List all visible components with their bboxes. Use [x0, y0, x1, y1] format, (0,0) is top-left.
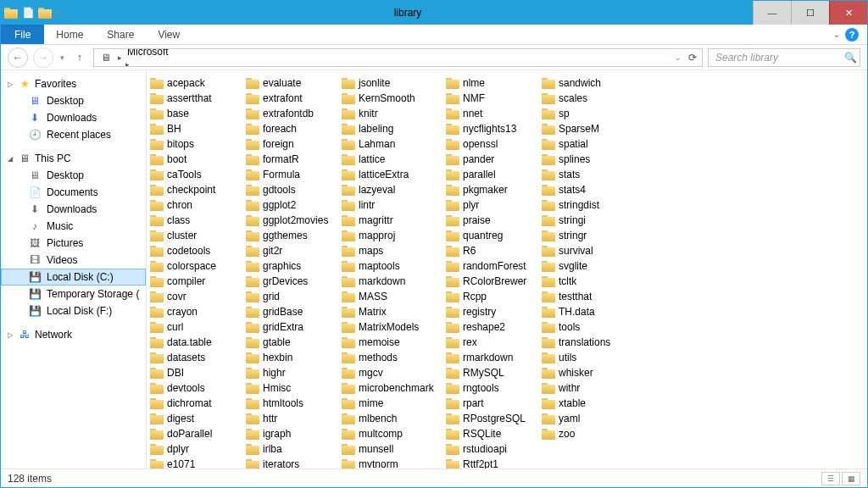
folder-item[interactable]: munsell — [340, 441, 442, 457]
folder-item[interactable]: codetools — [148, 243, 242, 258]
folder-item[interactable]: caTools — [148, 167, 242, 182]
folder-item[interactable]: gridBase — [244, 304, 338, 319]
folder-item[interactable]: ggthemes — [244, 228, 338, 243]
folder-item[interactable]: checkpoint — [148, 182, 242, 197]
folder-item[interactable]: pkgmaker — [444, 182, 538, 197]
folder-item[interactable]: evaluate — [244, 75, 338, 91]
nav-item[interactable]: ♪Music — [1, 218, 146, 235]
folder-item[interactable]: httr — [244, 411, 338, 426]
folder-item[interactable]: Matrix — [340, 304, 442, 319]
folder-item[interactable]: testthat — [540, 289, 634, 304]
folder-item[interactable]: microbenchmark — [340, 380, 442, 396]
folder-item[interactable]: multcomp — [340, 426, 442, 441]
close-button[interactable]: ✕ — [829, 1, 867, 25]
view-icons-button[interactable]: ▦ — [842, 472, 860, 485]
qat-dropdown-icon[interactable]: ▾ — [55, 8, 63, 17]
folder-item[interactable]: highr — [244, 365, 338, 380]
folder-item[interactable]: MatrixModels — [340, 319, 442, 335]
folder-item[interactable]: datasets — [148, 350, 242, 365]
search-box[interactable]: 🔍 — [708, 48, 860, 67]
folder-item[interactable]: RPostgreSQL — [444, 411, 538, 426]
nav-item[interactable]: 🎞Videos — [1, 252, 146, 269]
folder-item[interactable]: sp — [540, 106, 634, 121]
folder-item[interactable]: randomForest — [444, 258, 538, 274]
tab-home[interactable]: Home — [44, 25, 95, 44]
folder-item[interactable]: mlbench — [340, 411, 442, 426]
folder-item[interactable]: stats — [540, 167, 634, 182]
folder-item[interactable]: whisker — [540, 365, 634, 380]
folder-item[interactable]: assertthat — [148, 91, 242, 106]
folder-item[interactable]: base — [148, 106, 242, 121]
folder-item[interactable]: stringi — [540, 213, 634, 228]
folder-item[interactable]: utils — [540, 350, 634, 365]
folder-item[interactable]: iterators — [244, 457, 338, 469]
folder-item[interactable]: nycflights13 — [444, 121, 538, 136]
folder-item[interactable]: dichromat — [148, 396, 242, 411]
folder-item[interactable]: git2r — [244, 243, 338, 258]
folder-item[interactable]: latticeExtra — [340, 167, 442, 182]
folder-item[interactable]: quantreg — [444, 228, 538, 243]
folder-item[interactable]: knitr — [340, 106, 442, 121]
folder-item[interactable]: rstudioapi — [444, 441, 538, 457]
folder-item[interactable]: TH.data — [540, 304, 634, 319]
folder-item[interactable]: parallel — [444, 167, 538, 182]
folder-item[interactable]: withr — [540, 380, 634, 396]
folder-item[interactable]: irlba — [244, 441, 338, 457]
folder-item[interactable]: rex — [444, 335, 538, 350]
folder-item[interactable]: registry — [444, 304, 538, 319]
folder-item[interactable]: nnet — [444, 106, 538, 121]
folder-item[interactable]: e1071 — [148, 457, 242, 469]
view-details-button[interactable]: ☰ — [821, 472, 840, 485]
folder-item[interactable]: colorspace — [148, 258, 242, 274]
nav-history-dropdown[interactable]: ▾ — [58, 53, 66, 62]
folder-item[interactable]: praise — [444, 213, 538, 228]
folder-item[interactable]: Rcpp — [444, 289, 538, 304]
folder-item[interactable]: translations — [540, 335, 634, 350]
folder-item[interactable]: class — [148, 213, 242, 228]
folder-item[interactable]: tools — [540, 319, 634, 335]
folder-item[interactable]: boot — [148, 152, 242, 167]
folder-item[interactable]: methods — [340, 350, 442, 365]
maximize-button[interactable]: ☐ — [791, 1, 829, 25]
folder-item[interactable]: extrafont — [244, 91, 338, 106]
folder-item[interactable]: KernSmooth — [340, 91, 442, 106]
folder-item[interactable]: htmltools — [244, 396, 338, 411]
folder-item[interactable]: rmarkdown — [444, 350, 538, 365]
chevron-right-icon[interactable]: ▸ — [124, 60, 131, 67]
folder-item[interactable]: lazyeval — [340, 182, 442, 197]
folder-item[interactable]: lintr — [340, 197, 442, 213]
folder-item[interactable]: xtable — [540, 396, 634, 411]
nav-group-favorites[interactable]: ▷★Favorites — [1, 75, 146, 92]
titlebar[interactable]: 📄 ▾ library — ☐ ✕ — [1, 1, 867, 25]
folder-item[interactable]: Lahman — [340, 136, 442, 152]
folder-item[interactable]: jsonlite — [340, 75, 442, 91]
tab-view[interactable]: View — [146, 25, 192, 44]
folder-item[interactable]: digest — [148, 411, 242, 426]
folder-item[interactable]: maps — [340, 243, 442, 258]
folder-item[interactable]: curl — [148, 319, 242, 335]
folder-item[interactable]: NMF — [444, 91, 538, 106]
tab-file[interactable]: File — [1, 25, 44, 44]
folder-item[interactable]: extrafontdb — [244, 106, 338, 121]
nav-item[interactable]: ⬇Downloads — [1, 201, 146, 218]
folder-item[interactable]: openssl — [444, 136, 538, 152]
folder-item[interactable]: gdtools — [244, 182, 338, 197]
nav-group-network[interactable]: ▷🖧Network — [1, 326, 146, 343]
tab-share[interactable]: Share — [95, 25, 146, 44]
folder-item[interactable]: grDevices — [244, 274, 338, 289]
folder-item[interactable]: data.table — [148, 335, 242, 350]
search-icon[interactable]: 🔍 — [844, 52, 857, 64]
folder-item[interactable]: mime — [340, 396, 442, 411]
breadcrumb-segment[interactable]: Microsoft — [124, 48, 198, 58]
nav-item[interactable]: 🕘Recent places — [1, 126, 146, 143]
nav-item[interactable]: 🖥Desktop — [1, 92, 146, 109]
folder-item[interactable]: tcltk — [540, 274, 634, 289]
folder-item[interactable]: mapproj — [340, 228, 442, 243]
folder-item[interactable]: pander — [444, 152, 538, 167]
folder-item[interactable]: reshape2 — [444, 319, 538, 335]
nav-item[interactable]: 💾Temporary Storage ( — [1, 286, 146, 302]
folder-item[interactable]: covr — [148, 289, 242, 304]
folder-item[interactable]: zoo — [540, 426, 634, 441]
folder-item[interactable]: rngtools — [444, 380, 538, 396]
folder-item[interactable]: lattice — [340, 152, 442, 167]
